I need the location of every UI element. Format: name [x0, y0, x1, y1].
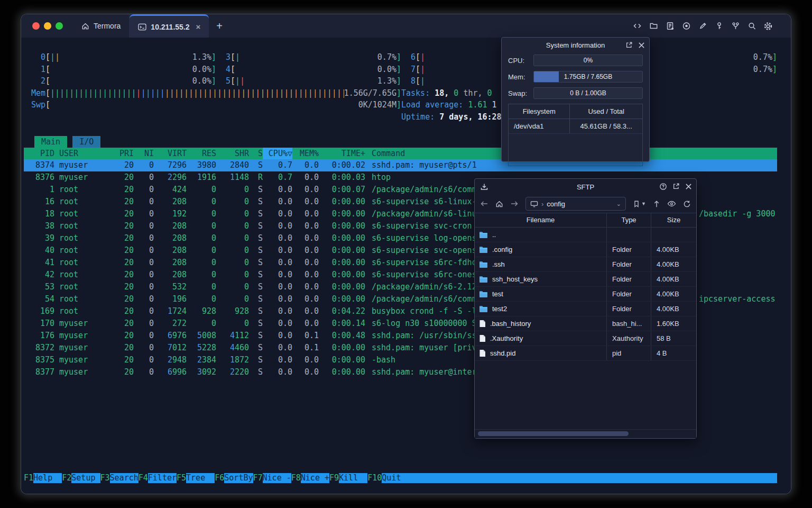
- code-icon[interactable]: [632, 21, 642, 31]
- sysinfo-title-text: System information: [546, 41, 605, 49]
- column-filename[interactable]: Filename: [475, 213, 606, 227]
- folder-icon: [479, 291, 488, 298]
- cpu-meter-0: 0[||1.3%]: [31, 51, 216, 64]
- sftp-file-row[interactable]: .XauthorityXauthority58 B: [475, 331, 696, 346]
- bookmark-group[interactable]: ▼: [633, 200, 646, 208]
- maximize-window-button[interactable]: [56, 22, 63, 30]
- new-tab-button[interactable]: +: [209, 14, 230, 38]
- sftp-file-row[interactable]: .bash_historybash_hi...1.60KB: [475, 316, 696, 331]
- fkey-f5[interactable]: F5: [177, 473, 186, 483]
- sftp-column-header[interactable]: Filename Type Size: [475, 213, 696, 228]
- tab-termora[interactable]: Termora: [73, 14, 130, 38]
- folder-icon[interactable]: [649, 21, 658, 31]
- fkey-label-filter[interactable]: Filter: [148, 473, 177, 483]
- column-size[interactable]: Size: [651, 213, 696, 227]
- filesystem-table-header: FilesystemUsed / Total: [509, 104, 642, 119]
- fkey-label-tree[interactable]: Tree: [186, 473, 215, 483]
- column-res[interactable]: RES: [187, 148, 216, 159]
- up-directory-icon[interactable]: [653, 200, 660, 208]
- help-icon[interactable]: [659, 183, 667, 190]
- branch-icon[interactable]: [731, 21, 740, 31]
- minimize-window-button[interactable]: [44, 22, 51, 30]
- htop-tab-main[interactable]: Main: [34, 136, 67, 148]
- file-name-cell: test: [475, 287, 606, 301]
- pencil-icon[interactable]: [698, 21, 707, 31]
- horizontal-scrollbar[interactable]: [475, 429, 696, 438]
- column-mem[interactable]: MEM%: [292, 148, 319, 159]
- memory-meter: Mem[||||||||||||||||||||||||||||||||||||…: [31, 87, 401, 99]
- terminal-icon: [138, 23, 146, 31]
- record-icon[interactable]: [681, 21, 691, 31]
- sftp-file-row[interactable]: .configFolder4.00KB: [475, 242, 696, 257]
- open-in-window-icon[interactable]: [672, 183, 680, 190]
- file-name-cell: ssh_host_keys: [475, 272, 606, 286]
- fkey-label-setup[interactable]: Setup: [71, 473, 100, 483]
- fkey-label-search[interactable]: Search: [110, 473, 139, 483]
- fkey-label-sortby[interactable]: SortBy: [224, 473, 253, 483]
- fkey-f10[interactable]: F10: [367, 473, 382, 483]
- tab-label: 10.211.55.2: [151, 23, 189, 31]
- column-ni[interactable]: NI: [134, 148, 154, 159]
- column-time[interactable]: TIME+: [319, 148, 365, 159]
- fkey-f2[interactable]: F2: [62, 473, 71, 483]
- file-icon: [479, 320, 486, 328]
- refresh-icon[interactable]: [683, 200, 691, 208]
- fkey-f6[interactable]: F6: [215, 473, 224, 483]
- fkey-label-nice[interactable]: Nice -: [263, 473, 291, 483]
- chevron-down-icon[interactable]: ⌄: [616, 201, 621, 207]
- fkey-label-quit[interactable]: Quit: [382, 473, 410, 483]
- file-name-cell: .Xauthority: [475, 331, 606, 346]
- usage-bar: 0%: [533, 55, 643, 66]
- sftp-file-row[interactable]: ssh_host_keysFolder4.00KB: [475, 272, 696, 287]
- column-shr[interactable]: SHR: [216, 148, 249, 159]
- htop-tab-io[interactable]: I/O: [72, 136, 100, 148]
- filesystem-table: FilesystemUsed / Total/dev/vda145.61GB /…: [508, 104, 643, 166]
- fkey-label-nice+[interactable]: Nice +: [301, 473, 329, 483]
- column-s[interactable]: S: [249, 148, 263, 159]
- fkey-f4[interactable]: F4: [139, 473, 148, 483]
- key-icon[interactable]: [714, 21, 724, 31]
- column-pid[interactable]: PID: [24, 148, 54, 159]
- cpu-usage-row: CPU:0%: [508, 55, 643, 66]
- sftp-file-row[interactable]: sshd.pidpid4 B: [475, 346, 696, 361]
- home-icon[interactable]: [495, 200, 503, 208]
- fkey-f3[interactable]: F3: [100, 473, 110, 483]
- home-icon: [81, 22, 89, 30]
- scrollbar-thumb[interactable]: [478, 431, 629, 436]
- search-icon[interactable]: [747, 21, 756, 31]
- sftp-file-row[interactable]: testFolder4.00KB: [475, 287, 696, 302]
- close-icon[interactable]: [638, 42, 645, 49]
- filesystem-row[interactable]: /dev/vda145.61GB / 58.3...: [509, 119, 642, 134]
- notes-badge-icon[interactable]: [665, 21, 675, 31]
- process-table-header[interactable]: PIDUSERPRINIVIRTRESSHRSCPU%▽MEM%TIME+Com…: [24, 148, 777, 159]
- tab-active-host[interactable]: 10.211.55.2 ×: [130, 14, 209, 38]
- column-type[interactable]: Type: [606, 213, 651, 227]
- column-pri[interactable]: PRI: [109, 148, 134, 159]
- usage-bar: 1.75GB / 7.65GB: [533, 71, 643, 83]
- close-tab-icon[interactable]: ×: [196, 22, 201, 31]
- close-window-button[interactable]: [32, 22, 40, 30]
- fkey-f1[interactable]: F1: [24, 473, 33, 483]
- command-overflow-text: /basedir -g 3000: [699, 208, 776, 220]
- fkey-label-kill[interactable]: Kill: [339, 473, 367, 483]
- fkey-f7[interactable]: F7: [253, 473, 263, 483]
- gear-icon[interactable]: [763, 21, 773, 31]
- forward-icon[interactable]: [510, 200, 519, 207]
- close-icon[interactable]: [685, 183, 692, 190]
- fkey-label-help[interactable]: Help: [33, 473, 62, 483]
- open-in-window-icon[interactable]: [625, 41, 633, 49]
- fkey-f8[interactable]: F8: [291, 473, 301, 483]
- column-cpu[interactable]: CPU%▽: [263, 148, 292, 159]
- back-icon[interactable]: [480, 200, 488, 207]
- bookmark-caret-icon[interactable]: ▼: [641, 201, 646, 206]
- column-user[interactable]: USER: [54, 148, 109, 159]
- sftp-file-row[interactable]: ..: [475, 228, 696, 242]
- column-virt[interactable]: VIRT: [154, 148, 187, 159]
- sftp-file-row[interactable]: .sshFolder4.00KB: [475, 257, 696, 272]
- show-hidden-icon[interactable]: [667, 200, 676, 207]
- process-row[interactable]: 8374myuser200729639802840S0.70.00:00.02s…: [24, 159, 777, 171]
- sftp-file-row[interactable]: test2Folder4.00KB: [475, 302, 696, 316]
- fkey-f9[interactable]: F9: [329, 473, 339, 483]
- path-breadcrumb[interactable]: › config ⌄: [525, 197, 626, 211]
- download-icon[interactable]: [480, 179, 488, 195]
